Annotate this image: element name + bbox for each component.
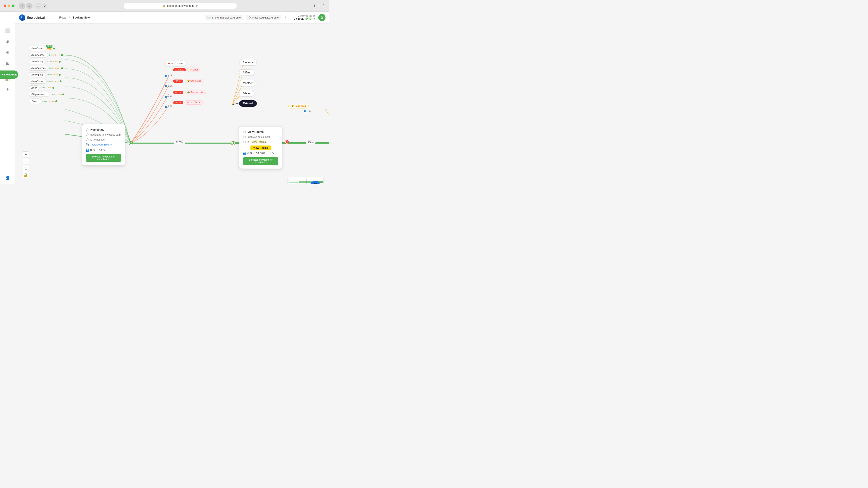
zoom-out-button[interactable]: − [23,158,29,164]
vr-popup-pct: 54.58% [256,152,266,155]
svg-rect-3 [289,182,298,183]
collapse-button[interactable]: ⌄ [51,16,53,19]
share-button[interactable]: ⬆ [313,4,316,8]
flowpoint-1[interactable] [129,142,132,145]
sidebar: ⬜ ◉ ⊕ ⊞ ✦ Flow Audit 📊 ✦ 👤 [0,12,16,184]
flow-audit-button[interactable]: ✦ Flow Audit [0,70,18,78]
vr-popup-row2-highlight: View Rooms [251,140,267,143]
lost-focus-badge: -9.44% [173,101,183,104]
dest-about[interactable]: /about [239,90,254,96]
node-book[interactable]: /book 1.97% 1.19% [29,86,64,90]
svg-rect-4 [299,182,313,183]
node-book-status[interactable]: /book/status 2.54% 4.63% [29,46,64,51]
slow-website-users: 👥 4.9k [164,95,173,98]
processed-badge[interactable]: ⬡ Processed data: All time [246,15,281,20]
lost-focus-users: 👥 4.7k [164,105,173,108]
header-tabs: Flows / Booking flow [57,15,92,20]
tab-booking-flow[interactable]: Booking flow [70,15,92,20]
sidebar-icon-analytics[interactable]: ◉ [3,37,12,46]
rage-click-badge: -6.75% [173,79,183,83]
popup-row1: navigates to a website path [90,133,121,136]
vr-popup-time: ⏱ 6s [269,152,274,155]
popup-row2: is homepage [90,138,105,141]
menu-button[interactable]: ⋮ [322,4,326,8]
home-icon: ⬡ [86,138,89,141]
error-cluster: ⚠-1.48% ⚡ Error [173,68,200,72]
dest-external[interactable]: External [239,100,257,107]
node-book-reserv[interactable]: /book/reserv... 9.38% 5.49% [29,53,64,57]
dest-reviews[interactable]: /reviews [239,59,257,66]
error-label: ⚡ Error [187,68,200,72]
vr-popup-row1: clicks on an element [248,135,270,138]
slow-website-cluster: -8.17% 🐢 Slow website [173,90,206,94]
add-tab-button[interactable]: + [318,4,320,8]
vr-popup-users: 4.8k [247,152,252,155]
fit-view-button[interactable]: ⊡ [23,165,29,171]
sidebar-icon-sparkle[interactable]: ✦ [3,85,12,94]
rage-click-label: 😤 Rage click [185,79,204,83]
more-badge[interactable]: + 10 more [164,61,186,66]
slow-website-badge: -8.17% [173,91,183,94]
svg-rect-6 [289,184,296,184]
sidebar-icon-user[interactable]: 👤 [3,173,12,183]
more-options-button[interactable]: ⋮ [284,15,287,20]
nav-forward-button[interactable]: › [26,3,33,9]
logo-text: flowpoint.ai [27,16,45,20]
lost-focus-cluster: -9.44% 👁 Lost focus [173,100,203,105]
sidebar-icon-monitor[interactable]: ⬜ [3,26,12,35]
error-users: 👥 422 [164,74,172,77]
homepage-popup-card: ⬡ Homepage ⬡ navigates to a website path… [82,124,125,166]
dest-contact[interactable]: /contact [239,80,256,86]
node-direct[interactable]: Direct 8.46% 12.64% [29,98,64,104]
logo-icon: fp [19,14,25,21]
analysis-badge[interactable]: 📊 Showing analysis: All time [205,15,243,20]
flowpoint-2b[interactable] [232,142,235,145]
sidebar-icon-add[interactable]: ⊕ [3,48,12,57]
tab-flows[interactable]: Flows [57,15,68,20]
element-icon: ⬡ [243,140,246,144]
lost-focus-label: 👁 Lost focus [185,100,203,105]
zoom-in-button[interactable]: + [23,151,29,158]
user-avatar[interactable]: D [318,14,326,21]
path-icon: ⬡ [86,133,89,136]
users-icon: 👥 [86,149,89,152]
vr-popup-title: View Rooms [248,130,264,133]
rage-click-cluster: -6.75% 😤 Rage click [173,79,203,83]
node-book-group[interactable]: /book/group 4.98% 1.63% [29,72,64,77]
line-pct-right: 100% [306,140,315,144]
rooms-icon: ⬡ [243,130,246,134]
rage-click-node[interactable]: 😤 Rage click [288,104,309,108]
view-rooms-button[interactable]: View Rooms [250,145,271,150]
vr-selected-label: Selected flowpoint for visualisation [243,157,278,165]
browser-chrome: ‹ › ⊞ 🛡 🔒 dashboard.flowpoint.ai ↻ ⬆ + ⋮ [0,0,329,12]
search-icon: 🔍 [86,143,90,147]
line-pct-main: 54.58% [174,140,185,144]
navigate-icon: ⬡ [86,128,89,131]
top-header: fp flowpoint.ai ⌄ Flows / Booking flow 📊… [16,12,329,24]
popup-pct: 100% [99,149,106,152]
node-book-manage[interactable]: /book/manage 8.05% 7.83% [29,66,64,70]
monthly-sessions: Monthly sessions: 0 / 100k PRO ● [294,15,315,20]
pro-badge: PRO [305,18,313,20]
node-book-cancel[interactable]: /book/cancel 4.14% 1.78% [29,79,64,84]
sidebar-icon-grid[interactable]: ⊞ [3,59,12,68]
node-book-policy[interactable]: /book/policy 4.33% 4.28% [29,59,64,64]
nav-back-button[interactable]: ‹ [19,3,25,9]
popup-title: Homepage [90,128,104,131]
popup-selected-label: Selected flowpoint for visualisation [86,154,121,162]
vr-users-icon: 👥 [243,152,246,155]
rage-click-users: 👥 2.9k [164,85,173,87]
dest-offers[interactable]: /offers [239,69,254,76]
node-10-places[interactable]: /10-places-yo... 1.85% 7.01% [29,92,64,97]
flow-canvas[interactable]: /book/status 2.54% 4.63% /book/reserv... [16,24,329,184]
app-container: ⬜ ◉ ⊕ ⊞ ✦ Flow Audit 📊 ✦ 👤 fp flowpoint.… [0,12,329,184]
flowpoint-3[interactable] [285,140,288,144]
slow-website-label: 🐢 Slow website [185,90,206,94]
error-badge: ⚠-1.48% [173,68,186,71]
zoom-controls: + − ⊡ 🔒 [23,151,29,178]
lock-button[interactable]: 🔒 [23,172,29,178]
click-icon: ⬡ [243,135,246,139]
popup-url: hotelbooking.com/ [92,143,112,146]
url-text: dashboard.flowpoint.ai [167,4,194,7]
address-bar[interactable]: 🔒 dashboard.flowpoint.ai ↻ [124,3,237,9]
